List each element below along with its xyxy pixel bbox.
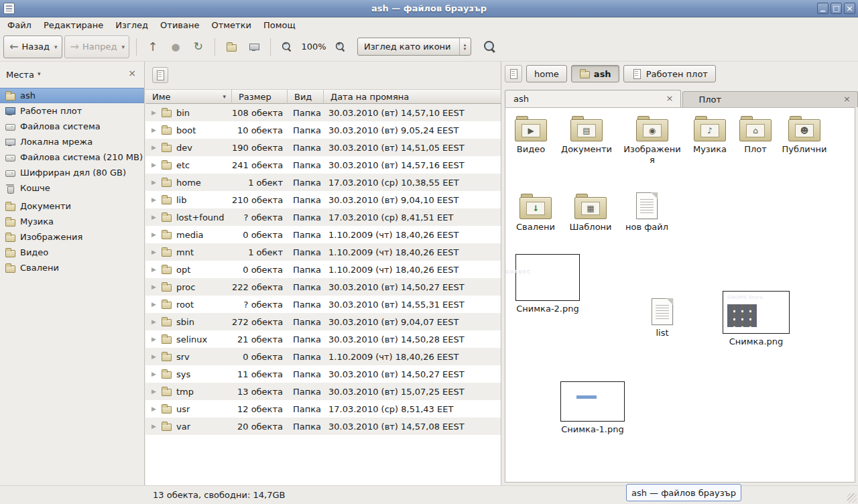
tab-ash[interactable]: ash [505, 90, 681, 107]
file-row-root[interactable]: root? обектаПапка30.03.2010 (вт) 14,55,3… [145, 296, 501, 313]
minimize-button[interactable] [817, 3, 829, 14]
computer-button[interactable] [243, 36, 265, 58]
pathbar-toggle-button[interactable] [505, 65, 522, 82]
sidebar-item-music[interactable]: Музика [0, 214, 144, 229]
icon-image-snimka-1[interactable]: Снимка-1.png [556, 381, 629, 435]
file-row-boot[interactable]: boot10 обектаПапка30.03.2010 (вт) 9,05,2… [145, 121, 501, 139]
forward-button[interactable]: Напред [64, 36, 129, 58]
file-row-proc[interactable]: proc222 обектаПапка30.03.2010 (вт) 14,50… [145, 278, 501, 296]
forward-history-caret-icon[interactable] [121, 44, 125, 50]
stop-button[interactable] [165, 36, 186, 58]
tab-close-icon[interactable] [665, 94, 675, 104]
expander-icon[interactable] [151, 284, 161, 290]
path-button-desktop[interactable]: Работен плот [623, 65, 716, 82]
expander-icon[interactable] [151, 266, 161, 273]
expander-icon[interactable] [151, 301, 161, 308]
path-button-ash[interactable]: ash [571, 65, 619, 82]
expander-icon[interactable] [151, 127, 161, 133]
file-row-bin[interactable]: bin108 обектаПапка30.03.2010 (вт) 14,57,… [145, 104, 501, 121]
icon-file-list[interactable]: list [633, 298, 691, 338]
expander-icon[interactable] [151, 109, 161, 116]
icon-folder-templates[interactable]: Шаблони [562, 194, 619, 233]
close-button[interactable] [844, 3, 855, 14]
expander-icon[interactable] [151, 214, 161, 220]
up-button[interactable] [142, 36, 164, 58]
file-row-sys[interactable]: sys11 обектаПапка30.03.2010 (вт) 14,50,2… [145, 365, 501, 383]
file-row-tmp[interactable]: tmp13 обектаПапка30.03.2010 (вт) 15,07,2… [145, 383, 501, 400]
expander-icon[interactable] [151, 144, 161, 151]
sidebar-title[interactable]: Места [6, 70, 34, 80]
column-header-date[interactable]: Дата на промяна [324, 89, 501, 104]
sidebar-item-local-network[interactable]: Локална мрежа [0, 134, 144, 149]
back-button[interactable]: Назад [3, 36, 62, 58]
sidebar-close-icon[interactable] [127, 68, 137, 79]
menu-edit[interactable]: Редактиране [38, 19, 109, 32]
sidebar-item-video[interactable]: Видео [0, 245, 144, 260]
column-header-type[interactable]: Вид [288, 89, 324, 104]
file-row-usr[interactable]: usr12 обектаПапка17.03.2010 (ср) 8,51,43… [145, 400, 501, 418]
file-row-lib[interactable]: lib210 обектаПапка30.03.2010 (вт) 9,04,1… [145, 191, 501, 208]
file-row-var[interactable]: var20 обектаПапка30.03.2010 (вт) 14,57,0… [145, 418, 501, 435]
titlebar[interactable]: ash — файлов браузър [0, 0, 858, 17]
tab-plot[interactable]: Плот [682, 91, 858, 107]
home-button[interactable] [221, 36, 242, 58]
zoom-in-button[interactable]: + [330, 36, 351, 58]
tab-close-icon[interactable] [842, 94, 852, 105]
expander-icon[interactable] [151, 405, 161, 412]
icon-folder-public[interactable]: Публични [776, 116, 833, 155]
icon-folder-pictures[interactable]: Изображения [623, 116, 681, 166]
sidebar-item-filesystem[interactable]: Файлова система [0, 119, 144, 134]
file-row-opt[interactable]: opt0 обектаПапка1.10.2009 (чт) 18,40,26 … [145, 261, 501, 278]
location-toggle-button[interactable] [152, 67, 168, 83]
search-button[interactable] [479, 36, 501, 58]
menu-bookmarks[interactable]: Отметки [205, 19, 257, 32]
file-row-dev[interactable]: dev190 обектаПапка30.03.2010 (вт) 14,51,… [145, 139, 501, 156]
file-row-selinux[interactable]: selinux21 обектаПапка30.03.2010 (вт) 14,… [145, 330, 501, 348]
zoom-out-button[interactable]: − [276, 36, 298, 58]
icon-folder-documents[interactable]: Документи [558, 116, 615, 155]
expander-icon[interactable] [151, 231, 161, 238]
expander-icon[interactable] [151, 423, 161, 430]
reload-button[interactable] [188, 36, 209, 58]
sidebar-item-documents[interactable]: Документи [0, 198, 144, 214]
sidebar-item-encrypted-80gb[interactable]: Шифриран дял (80 GB) [0, 165, 144, 180]
path-button-home[interactable]: home [526, 65, 567, 82]
menu-file[interactable]: Файл [1, 19, 38, 32]
menu-go[interactable]: Отиване [154, 19, 205, 32]
file-row-lost+found[interactable]: lost+found? обектаПапка17.03.2010 (ср) 8… [145, 208, 501, 226]
maximize-button[interactable] [831, 3, 842, 14]
column-header-name[interactable]: Име [145, 89, 232, 104]
column-header-size[interactable]: Размер [232, 89, 288, 104]
sidebar-item-filesystem-210mb[interactable]: Файлова система (210 MB) [0, 149, 144, 165]
icon-image-snimka-2[interactable]: GUADEC Снимка-2.png [511, 254, 585, 314]
file-row-sbin[interactable]: sbin272 обектаПапка30.03.2010 (вт) 9,04,… [145, 313, 501, 330]
expander-icon[interactable] [151, 371, 161, 377]
expander-icon[interactable] [151, 179, 161, 186]
icon-view-content[interactable]: Видео Документи Изображения Музика Плот … [505, 107, 855, 483]
menu-view[interactable]: Изглед [109, 19, 154, 32]
expander-icon[interactable] [151, 196, 161, 203]
expander-icon[interactable] [151, 249, 161, 255]
view-mode-spinner-icon[interactable] [459, 38, 471, 55]
expander-icon[interactable] [151, 318, 161, 325]
sidebar-item-desktop[interactable]: Работен плот [0, 103, 144, 119]
view-mode-select[interactable]: Изглед като икони [357, 38, 471, 56]
sidebar-item-ash[interactable]: ash [0, 88, 144, 103]
icon-folder-downloads[interactable]: Свалени [507, 194, 564, 233]
sidebar-item-downloads[interactable]: Свалени [0, 260, 144, 275]
expander-icon[interactable] [151, 162, 161, 168]
resize-grip[interactable] [847, 493, 857, 503]
file-row-etc[interactable]: etc241 обектаПапка30.03.2010 (вт) 14,57,… [145, 156, 501, 174]
file-row-srv[interactable]: srv0 обектаПапка1.10.2009 (чт) 18,40,26 … [145, 348, 501, 365]
icon-folder-video[interactable]: Видео [505, 116, 560, 155]
expander-icon[interactable] [151, 388, 161, 395]
icon-file-new[interactable]: нов файл [618, 192, 676, 233]
expander-icon[interactable] [151, 353, 161, 360]
file-row-media[interactable]: media0 обектаПапка1.10.2009 (чт) 18,40,2… [145, 226, 501, 243]
sidebar-caret-icon[interactable] [38, 70, 41, 77]
sidebar-item-pictures[interactable]: Изображения [0, 229, 144, 245]
file-row-mnt[interactable]: mnt1 обектПапка1.10.2009 (чт) 18,40,26 E… [145, 243, 501, 261]
menu-help[interactable]: Помощ [257, 19, 302, 32]
icon-image-snimka[interactable]: GNOME Store Снимка.png [719, 291, 793, 347]
sidebar-item-trash[interactable]: Кошче [0, 180, 144, 196]
